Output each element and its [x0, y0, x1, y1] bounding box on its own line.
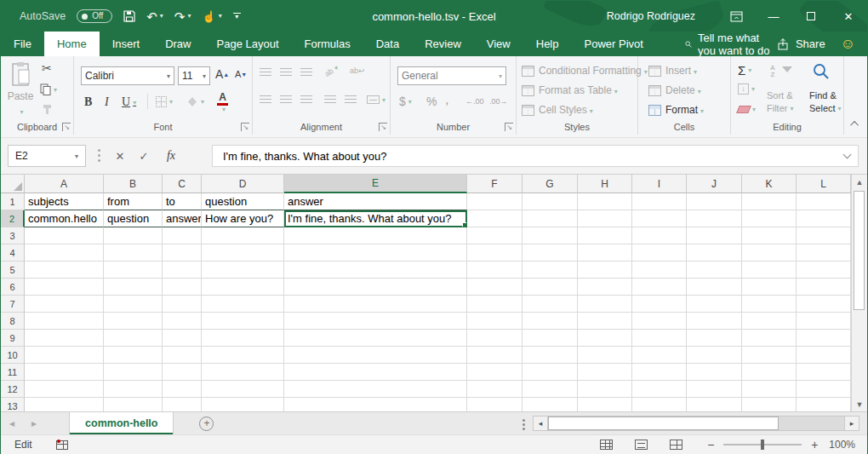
cell-G4[interactable]: [523, 244, 578, 261]
cell-J4[interactable]: [687, 244, 742, 261]
user-name[interactable]: Rodrigo Rodriguez: [607, 10, 695, 22]
page-break-preview-button[interactable]: [670, 440, 682, 450]
number-format-select[interactable]: General▾: [397, 66, 506, 85]
fill-color-button[interactable]: [186, 96, 204, 107]
cell-J9[interactable]: [687, 330, 742, 347]
scroll-right-icon[interactable]: ▸: [844, 416, 859, 431]
tab-power-pivot[interactable]: Power Pivot: [572, 32, 656, 56]
cell-K11[interactable]: [742, 364, 797, 381]
cell-K1[interactable]: [742, 193, 797, 210]
cell-L1[interactable]: [797, 193, 851, 210]
find-select-label-1-wrap[interactable]: Find &: [809, 90, 837, 101]
align-right-button[interactable]: [300, 95, 312, 104]
cell-E2[interactable]: I'm fine, thanks. What about you?: [284, 210, 467, 227]
alignment-dialog-launcher-icon[interactable]: [379, 123, 387, 131]
row-header-11[interactable]: 11: [1, 364, 25, 381]
cell-F3[interactable]: [467, 227, 523, 244]
cell-G2[interactable]: [523, 210, 578, 227]
cell-C7[interactable]: [163, 296, 202, 313]
horizontal-scrollbar-thumb[interactable]: [548, 417, 779, 430]
fill-button[interactable]: ↓: [738, 83, 755, 95]
copy-button[interactable]: [40, 83, 57, 95]
column-header-K[interactable]: K: [742, 175, 797, 193]
cell-B8[interactable]: [104, 313, 163, 330]
cell-J1[interactable]: [687, 193, 742, 210]
fill-handle[interactable]: [462, 222, 467, 227]
cell-D5[interactable]: [202, 261, 284, 279]
cell-H8[interactable]: [578, 313, 632, 330]
share-button[interactable]: Share: [777, 32, 825, 56]
vertical-scrollbar[interactable]: ▲ ▼: [851, 175, 867, 411]
paste-dropdown-icon[interactable]: [17, 102, 23, 118]
cell-C6[interactable]: [163, 279, 202, 296]
cell-F4[interactable]: [467, 244, 523, 261]
cell-E5[interactable]: [284, 261, 467, 279]
column-header-F[interactable]: F: [467, 175, 523, 193]
cell-A7[interactable]: [25, 296, 104, 313]
cell-G11[interactable]: [523, 364, 578, 381]
italic-button[interactable]: I: [105, 95, 109, 109]
tab-view[interactable]: View: [474, 32, 523, 56]
accounting-format-button[interactable]: $: [399, 95, 412, 108]
cell-A1[interactable]: subjects: [25, 193, 104, 210]
cell-H2[interactable]: [578, 210, 632, 227]
column-header-C[interactable]: C: [163, 175, 202, 193]
column-header-H[interactable]: H: [578, 175, 632, 193]
cell-L6[interactable]: [797, 279, 851, 296]
new-sheet-button[interactable]: +: [199, 417, 214, 431]
cell-L11[interactable]: [797, 364, 851, 381]
cell-C11[interactable]: [163, 364, 202, 381]
cell-H13[interactable]: [578, 398, 632, 411]
zoom-level[interactable]: 100%: [829, 439, 855, 451]
horizontal-scrollbar[interactable]: ◂ ▸: [533, 416, 859, 431]
cell-A2[interactable]: common.hello: [25, 210, 104, 227]
font-size-select[interactable]: 11▾: [178, 66, 210, 85]
cell-B1[interactable]: from: [104, 193, 163, 210]
cell-G13[interactable]: [523, 398, 578, 411]
normal-view-button[interactable]: [600, 440, 613, 450]
align-bottom-button[interactable]: [300, 68, 312, 77]
page-layout-view-button[interactable]: [635, 440, 648, 450]
cell-I3[interactable]: [632, 227, 687, 244]
vertical-scrollbar-thumb[interactable]: [854, 191, 865, 310]
touch-mode-button[interactable]: ☝: [202, 11, 221, 22]
cell-I11[interactable]: [632, 364, 687, 381]
enter-button[interactable]: ✓: [134, 147, 154, 165]
cell-H3[interactable]: [578, 227, 632, 244]
cell-D8[interactable]: [202, 313, 284, 330]
clipboard-dialog-launcher-icon[interactable]: [62, 123, 71, 131]
cell-K10[interactable]: [742, 347, 797, 364]
delete-cells-button[interactable]: Delete: [648, 84, 701, 96]
cell-L3[interactable]: [797, 227, 851, 244]
column-header-I[interactable]: I: [632, 175, 687, 193]
name-box[interactable]: E2▾: [8, 145, 86, 167]
insert-cells-button[interactable]: Insert: [648, 65, 697, 77]
row-header-12[interactable]: 12: [1, 381, 25, 398]
cell-L9[interactable]: [797, 330, 851, 347]
sort-filter-button[interactable]: Sort &: [767, 90, 793, 101]
find-select-label-2-wrap[interactable]: Select: [809, 103, 842, 113]
cell-C5[interactable]: [163, 261, 202, 279]
cell-A13[interactable]: [25, 398, 104, 411]
formula-input[interactable]: I'm fine, thanks. What about you?: [212, 145, 859, 167]
cell-K5[interactable]: [742, 261, 797, 279]
cell-K7[interactable]: [742, 296, 797, 313]
cell-K4[interactable]: [742, 244, 797, 261]
row-header-6[interactable]: 6: [1, 279, 25, 296]
cell-C1[interactable]: to: [163, 193, 202, 210]
cell-G10[interactable]: [523, 347, 578, 364]
ribbon-display-options-button[interactable]: [717, 1, 755, 32]
paste-button[interactable]: Paste: [6, 61, 35, 126]
align-middle-button[interactable]: [280, 68, 292, 77]
feedback-smiley-icon[interactable]: ☺: [841, 37, 855, 51]
cell-E9[interactable]: [284, 330, 467, 347]
cell-H4[interactable]: [578, 244, 632, 261]
cell-B7[interactable]: [104, 296, 163, 313]
row-header-10[interactable]: 10: [1, 347, 25, 364]
cell-F11[interactable]: [467, 364, 523, 381]
cell-J8[interactable]: [687, 313, 742, 330]
cell-I1[interactable]: [632, 193, 687, 210]
undo-button[interactable]: ↶: [146, 10, 163, 23]
cell-L4[interactable]: [797, 244, 851, 261]
maximize-button[interactable]: [792, 1, 830, 32]
